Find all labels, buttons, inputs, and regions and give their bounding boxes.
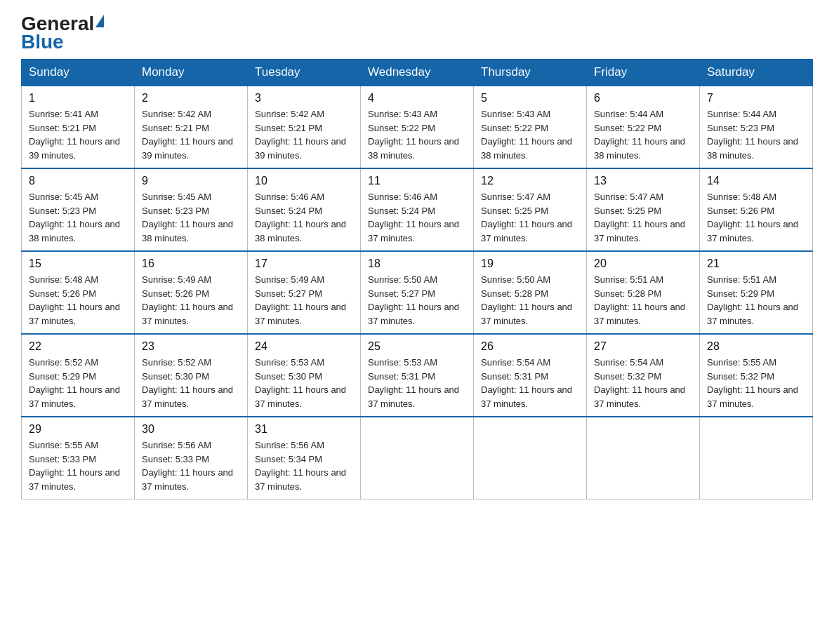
calendar-day-cell: 28 Sunrise: 5:55 AMSunset: 5:32 PMDaylig… bbox=[700, 334, 813, 417]
calendar-day-cell: 20 Sunrise: 5:51 AMSunset: 5:28 PMDaylig… bbox=[587, 251, 700, 334]
calendar-day-cell: 25 Sunrise: 5:53 AMSunset: 5:31 PMDaylig… bbox=[361, 334, 474, 417]
day-info: Sunrise: 5:43 AMSunset: 5:22 PMDaylight:… bbox=[481, 107, 579, 162]
calendar-day-cell: 7 Sunrise: 5:44 AMSunset: 5:23 PMDayligh… bbox=[700, 86, 813, 168]
day-info: Sunrise: 5:44 AMSunset: 5:22 PMDaylight:… bbox=[594, 107, 692, 162]
day-info: Sunrise: 5:53 AMSunset: 5:31 PMDaylight:… bbox=[368, 356, 466, 410]
day-number: 13 bbox=[594, 175, 692, 187]
day-number: 30 bbox=[142, 423, 240, 436]
day-info: Sunrise: 5:45 AMSunset: 5:23 PMDaylight:… bbox=[142, 190, 240, 245]
day-number: 9 bbox=[142, 175, 240, 187]
day-info: Sunrise: 5:47 AMSunset: 5:25 PMDaylight:… bbox=[481, 190, 579, 245]
logo: General Blue bbox=[21, 14, 104, 52]
calendar-day-cell: 15 Sunrise: 5:48 AMSunset: 5:26 PMDaylig… bbox=[22, 251, 135, 334]
day-number: 12 bbox=[481, 175, 579, 187]
calendar-day-cell: 13 Sunrise: 5:47 AMSunset: 5:25 PMDaylig… bbox=[587, 168, 700, 251]
day-info: Sunrise: 5:55 AMSunset: 5:32 PMDaylight:… bbox=[707, 356, 805, 410]
day-number: 29 bbox=[29, 423, 127, 436]
calendar-week-row: 1 Sunrise: 5:41 AMSunset: 5:21 PMDayligh… bbox=[22, 86, 813, 168]
calendar-day-cell bbox=[587, 417, 700, 499]
weekday-header-wednesday: Wednesday bbox=[361, 60, 474, 86]
weekday-header-friday: Friday bbox=[587, 60, 700, 86]
day-info: Sunrise: 5:52 AMSunset: 5:30 PMDaylight:… bbox=[142, 356, 240, 410]
calendar-week-row: 8 Sunrise: 5:45 AMSunset: 5:23 PMDayligh… bbox=[22, 168, 813, 251]
day-number: 6 bbox=[594, 92, 692, 105]
weekday-header-tuesday: Tuesday bbox=[248, 60, 361, 86]
calendar-day-cell: 5 Sunrise: 5:43 AMSunset: 5:22 PMDayligh… bbox=[474, 86, 587, 168]
day-number: 11 bbox=[368, 175, 466, 187]
calendar-day-cell: 27 Sunrise: 5:54 AMSunset: 5:32 PMDaylig… bbox=[587, 334, 700, 417]
day-info: Sunrise: 5:49 AMSunset: 5:27 PMDaylight:… bbox=[255, 273, 353, 328]
calendar-day-cell: 4 Sunrise: 5:43 AMSunset: 5:22 PMDayligh… bbox=[361, 86, 474, 168]
calendar-day-cell: 16 Sunrise: 5:49 AMSunset: 5:26 PMDaylig… bbox=[135, 251, 248, 334]
calendar-day-cell: 2 Sunrise: 5:42 AMSunset: 5:21 PMDayligh… bbox=[135, 86, 248, 168]
calendar-day-cell bbox=[700, 417, 813, 499]
day-info: Sunrise: 5:45 AMSunset: 5:23 PMDaylight:… bbox=[29, 190, 127, 245]
day-info: Sunrise: 5:54 AMSunset: 5:32 PMDaylight:… bbox=[594, 356, 692, 410]
day-info: Sunrise: 5:55 AMSunset: 5:33 PMDaylight:… bbox=[29, 438, 127, 493]
day-info: Sunrise: 5:50 AMSunset: 5:27 PMDaylight:… bbox=[368, 273, 466, 328]
day-number: 23 bbox=[142, 340, 240, 353]
calendar-day-cell: 11 Sunrise: 5:46 AMSunset: 5:24 PMDaylig… bbox=[361, 168, 474, 251]
calendar-week-row: 15 Sunrise: 5:48 AMSunset: 5:26 PMDaylig… bbox=[22, 251, 813, 334]
calendar-day-cell: 29 Sunrise: 5:55 AMSunset: 5:33 PMDaylig… bbox=[22, 417, 135, 499]
calendar-day-cell: 17 Sunrise: 5:49 AMSunset: 5:27 PMDaylig… bbox=[248, 251, 361, 334]
calendar-day-cell: 18 Sunrise: 5:50 AMSunset: 5:27 PMDaylig… bbox=[361, 251, 474, 334]
weekday-header-saturday: Saturday bbox=[700, 60, 813, 86]
calendar-day-cell: 22 Sunrise: 5:52 AMSunset: 5:29 PMDaylig… bbox=[22, 334, 135, 417]
logo-blue: Blue bbox=[21, 32, 64, 52]
calendar-day-cell: 23 Sunrise: 5:52 AMSunset: 5:30 PMDaylig… bbox=[135, 334, 248, 417]
calendar-week-row: 29 Sunrise: 5:55 AMSunset: 5:33 PMDaylig… bbox=[22, 417, 813, 499]
calendar-day-cell: 30 Sunrise: 5:56 AMSunset: 5:33 PMDaylig… bbox=[135, 417, 248, 499]
calendar-day-cell: 24 Sunrise: 5:53 AMSunset: 5:30 PMDaylig… bbox=[248, 334, 361, 417]
calendar-day-cell: 14 Sunrise: 5:48 AMSunset: 5:26 PMDaylig… bbox=[700, 168, 813, 251]
logo-triangle-icon bbox=[95, 15, 104, 27]
calendar-day-cell bbox=[474, 417, 587, 499]
calendar-day-cell: 1 Sunrise: 5:41 AMSunset: 5:21 PMDayligh… bbox=[22, 86, 135, 168]
weekday-header-monday: Monday bbox=[135, 60, 248, 86]
day-info: Sunrise: 5:49 AMSunset: 5:26 PMDaylight:… bbox=[142, 273, 240, 328]
page-header: General Blue bbox=[21, 14, 813, 52]
day-number: 2 bbox=[142, 92, 240, 105]
day-info: Sunrise: 5:48 AMSunset: 5:26 PMDaylight:… bbox=[29, 273, 127, 328]
calendar-day-cell: 9 Sunrise: 5:45 AMSunset: 5:23 PMDayligh… bbox=[135, 168, 248, 251]
day-info: Sunrise: 5:43 AMSunset: 5:22 PMDaylight:… bbox=[368, 107, 466, 162]
day-number: 19 bbox=[481, 257, 579, 270]
weekday-header-row: SundayMondayTuesdayWednesdayThursdayFrid… bbox=[22, 60, 813, 86]
day-number: 17 bbox=[255, 257, 353, 270]
calendar-day-cell: 6 Sunrise: 5:44 AMSunset: 5:22 PMDayligh… bbox=[587, 86, 700, 168]
calendar-day-cell: 31 Sunrise: 5:56 AMSunset: 5:34 PMDaylig… bbox=[248, 417, 361, 499]
day-info: Sunrise: 5:51 AMSunset: 5:28 PMDaylight:… bbox=[594, 273, 692, 328]
day-number: 22 bbox=[29, 340, 127, 353]
day-info: Sunrise: 5:44 AMSunset: 5:23 PMDaylight:… bbox=[707, 107, 805, 162]
day-info: Sunrise: 5:47 AMSunset: 5:25 PMDaylight:… bbox=[594, 190, 692, 245]
day-number: 28 bbox=[707, 340, 805, 353]
day-number: 26 bbox=[481, 340, 579, 353]
day-info: Sunrise: 5:46 AMSunset: 5:24 PMDaylight:… bbox=[368, 190, 466, 245]
day-number: 1 bbox=[29, 92, 127, 105]
weekday-header-sunday: Sunday bbox=[22, 60, 135, 86]
day-number: 8 bbox=[29, 175, 127, 187]
calendar-table: SundayMondayTuesdayWednesdayThursdayFrid… bbox=[21, 59, 813, 499]
day-info: Sunrise: 5:48 AMSunset: 5:26 PMDaylight:… bbox=[707, 190, 805, 245]
day-info: Sunrise: 5:54 AMSunset: 5:31 PMDaylight:… bbox=[481, 356, 579, 410]
day-info: Sunrise: 5:42 AMSunset: 5:21 PMDaylight:… bbox=[142, 107, 240, 162]
day-number: 14 bbox=[707, 175, 805, 187]
day-info: Sunrise: 5:52 AMSunset: 5:29 PMDaylight:… bbox=[29, 356, 127, 410]
day-number: 21 bbox=[707, 257, 805, 270]
calendar-day-cell: 10 Sunrise: 5:46 AMSunset: 5:24 PMDaylig… bbox=[248, 168, 361, 251]
calendar-day-cell: 26 Sunrise: 5:54 AMSunset: 5:31 PMDaylig… bbox=[474, 334, 587, 417]
day-number: 5 bbox=[481, 92, 579, 105]
calendar-day-cell: 3 Sunrise: 5:42 AMSunset: 5:21 PMDayligh… bbox=[248, 86, 361, 168]
day-number: 15 bbox=[29, 257, 127, 270]
day-number: 31 bbox=[255, 423, 353, 436]
day-info: Sunrise: 5:50 AMSunset: 5:28 PMDaylight:… bbox=[481, 273, 579, 328]
calendar-day-cell: 8 Sunrise: 5:45 AMSunset: 5:23 PMDayligh… bbox=[22, 168, 135, 251]
day-number: 18 bbox=[368, 257, 466, 270]
calendar-day-cell bbox=[361, 417, 474, 499]
day-info: Sunrise: 5:56 AMSunset: 5:34 PMDaylight:… bbox=[255, 438, 353, 493]
weekday-header-thursday: Thursday bbox=[474, 60, 587, 86]
calendar-day-cell: 21 Sunrise: 5:51 AMSunset: 5:29 PMDaylig… bbox=[700, 251, 813, 334]
day-info: Sunrise: 5:41 AMSunset: 5:21 PMDaylight:… bbox=[29, 107, 127, 162]
day-info: Sunrise: 5:42 AMSunset: 5:21 PMDaylight:… bbox=[255, 107, 353, 162]
day-number: 16 bbox=[142, 257, 240, 270]
